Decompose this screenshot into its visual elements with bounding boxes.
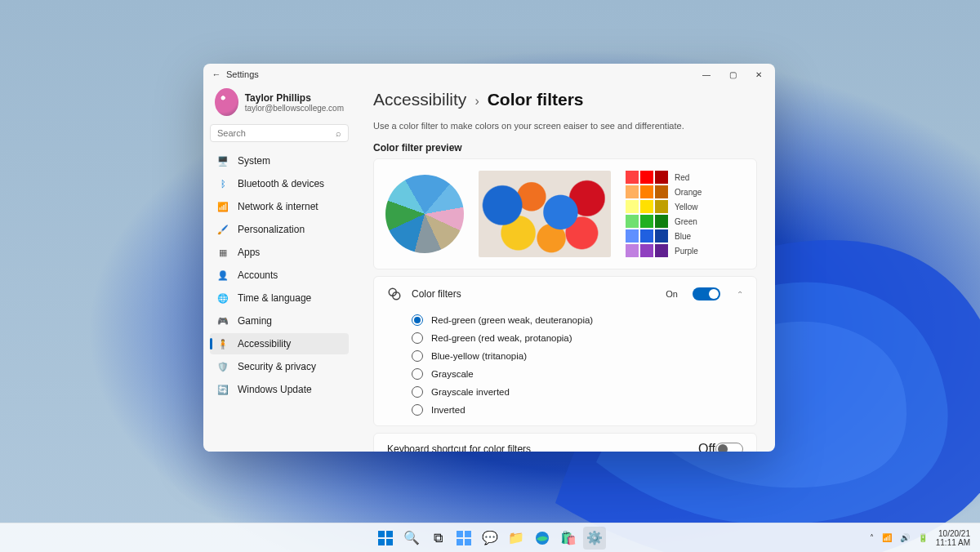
- color-wheel-preview: [385, 175, 464, 253]
- sidebar-item-personalization[interactable]: 🖌️Personalization: [210, 219, 349, 240]
- nav-label: Network & internet: [238, 201, 318, 212]
- sidebar-item-bluetooth-devices[interactable]: ᛒBluetooth & devices: [210, 173, 349, 194]
- sidebar-item-security-privacy[interactable]: 🛡️Security & privacy: [210, 356, 349, 377]
- radio-label: Inverted: [431, 405, 466, 415]
- swatch: [626, 171, 639, 184]
- close-button[interactable]: ✕: [746, 65, 772, 84]
- taskbar-center: 🔍 ⧉ 💬 📁 🛍️ ⚙️: [374, 527, 606, 550]
- sidebar-item-gaming[interactable]: 🎮Gaming: [210, 310, 349, 332]
- nav-label: Accessibility: [238, 338, 291, 349]
- sidebar-item-network-internet[interactable]: 📶Network & internet: [210, 196, 349, 217]
- swatch: [640, 244, 653, 257]
- color-filters-card: Color filters On ⌃ Red-green (green weak…: [373, 276, 757, 426]
- battery-icon[interactable]: 🔋: [918, 533, 928, 542]
- settings-taskbar-icon[interactable]: ⚙️: [583, 527, 606, 550]
- nav-icon: 📶: [216, 200, 229, 213]
- swatch: [655, 200, 668, 213]
- clock[interactable]: 10/20/21 11:11 AM: [936, 529, 970, 547]
- sidebar-item-time-language[interactable]: 🌐Time & language: [210, 287, 349, 309]
- filter-option[interactable]: Red-green (green weak, deuteranopia): [412, 314, 743, 326]
- filter-option[interactable]: Inverted: [412, 404, 743, 416]
- keyboard-shortcut-row[interactable]: Keyboard shortcut for color filters Off: [374, 434, 756, 452]
- search-box[interactable]: ⌕: [210, 124, 349, 142]
- kb-label: Keyboard shortcut for color filters: [387, 443, 698, 452]
- swatch: [626, 185, 639, 198]
- nav-label: Accounts: [238, 269, 278, 281]
- preview-card: RedOrangeYellowGreenBluePurple: [373, 158, 757, 269]
- task-view-icon[interactable]: ⧉: [426, 527, 449, 550]
- start-button[interactable]: [374, 527, 397, 550]
- swatch-label: Yellow: [675, 203, 702, 211]
- sidebar-item-windows-update[interactable]: 🔄Windows Update: [210, 379, 349, 400]
- chat-icon[interactable]: 💬: [479, 527, 501, 550]
- sidebar-item-system[interactable]: 🖥️System: [210, 150, 349, 171]
- nav-icon: ▦: [216, 246, 229, 259]
- nav-label: Gaming: [238, 315, 272, 327]
- swatch-label: Blue: [675, 232, 702, 241]
- svg-rect-6: [457, 531, 463, 537]
- search-input[interactable]: [217, 128, 336, 138]
- svg-rect-3: [386, 531, 393, 537]
- radio-label: Grayscale: [431, 369, 474, 379]
- nav-icon: 🖥️: [216, 154, 229, 167]
- taskbar: 🔍 ⧉ 💬 📁 🛍️ ⚙️ ˄ 📶 🔊 🔋 10/20/21 11:11 AM: [0, 523, 980, 552]
- filter-option[interactable]: Red-green (red weak, protanopia): [412, 332, 743, 344]
- back-button[interactable]: ←: [207, 69, 226, 79]
- nav-label: Apps: [238, 247, 260, 258]
- sidebar-item-accounts[interactable]: 👤Accounts: [210, 265, 349, 286]
- swatch: [640, 185, 653, 198]
- swatch: [640, 200, 653, 213]
- taskbar-search-icon[interactable]: 🔍: [400, 527, 423, 550]
- radio-label: Red-green (red weak, protanopia): [431, 333, 572, 343]
- radio-icon: [412, 314, 423, 326]
- toggle-state: On: [666, 289, 678, 299]
- tray-date: 10/20/21: [936, 529, 970, 538]
- radio-icon: [412, 368, 423, 380]
- tray-chevron-icon[interactable]: ˄: [870, 533, 874, 542]
- nav-icon: 🖌️: [216, 223, 229, 236]
- minimize-button[interactable]: —: [693, 65, 719, 84]
- swatch-label: Green: [675, 217, 702, 226]
- photo-preview: [479, 171, 611, 257]
- filter-option[interactable]: Grayscale: [412, 368, 743, 380]
- file-explorer-icon[interactable]: 📁: [505, 527, 528, 550]
- widgets-icon[interactable]: [452, 527, 475, 550]
- user-profile[interactable]: Taylor Phillips taylor@bellowscollege.co…: [210, 85, 349, 124]
- nav-label: Time & language: [238, 292, 311, 304]
- toggle-label: Color filters: [412, 288, 656, 300]
- nav-icon: 👤: [216, 269, 229, 282]
- titlebar: ← Settings — ▢ ✕: [203, 64, 775, 85]
- sidebar: Taylor Phillips taylor@bellowscollege.co…: [203, 85, 355, 452]
- nav-list: 🖥️SystemᛒBluetooth & devices📶Network & i…: [210, 150, 349, 400]
- radio-label: Red-green (green weak, deuteranopia): [431, 315, 593, 325]
- avatar: [215, 88, 238, 116]
- breadcrumb-current: Color filters: [488, 90, 584, 109]
- filter-options: Red-green (green weak, deuteranopia)Red-…: [374, 311, 756, 425]
- radio-label: Grayscale inverted: [431, 387, 510, 397]
- wifi-icon[interactable]: 📶: [882, 533, 892, 542]
- sidebar-item-apps[interactable]: ▦Apps: [210, 242, 349, 263]
- maximize-button[interactable]: ▢: [719, 65, 746, 84]
- store-icon[interactable]: 🛍️: [557, 527, 580, 550]
- chevron-down-icon[interactable]: ⌃: [737, 290, 743, 299]
- chevron-right-icon: ›: [474, 94, 479, 109]
- color-filters-toggle-row[interactable]: Color filters On ⌃: [374, 277, 756, 311]
- radio-icon: [412, 404, 423, 416]
- edge-icon[interactable]: [531, 527, 554, 550]
- swatch-label: Red: [675, 173, 702, 182]
- swatch: [655, 171, 668, 184]
- swatch-label: Purple: [675, 247, 702, 256]
- volume-icon[interactable]: 🔊: [900, 533, 910, 542]
- breadcrumb-parent[interactable]: Accessibility: [373, 90, 466, 109]
- keyboard-shortcut-toggle[interactable]: [715, 443, 743, 452]
- nav-icon: 🔄: [216, 383, 229, 396]
- swatch: [655, 229, 668, 243]
- filter-option[interactable]: Blue-yellow (tritanopia): [412, 350, 743, 362]
- filter-icon: [387, 287, 402, 301]
- color-filters-toggle[interactable]: [693, 287, 720, 300]
- filter-option[interactable]: Grayscale inverted: [412, 386, 743, 398]
- sidebar-item-accessibility[interactable]: 🧍Accessibility: [210, 333, 349, 354]
- swatch: [640, 215, 653, 228]
- user-name: Taylor Phillips: [245, 92, 344, 104]
- swatch: [640, 229, 653, 243]
